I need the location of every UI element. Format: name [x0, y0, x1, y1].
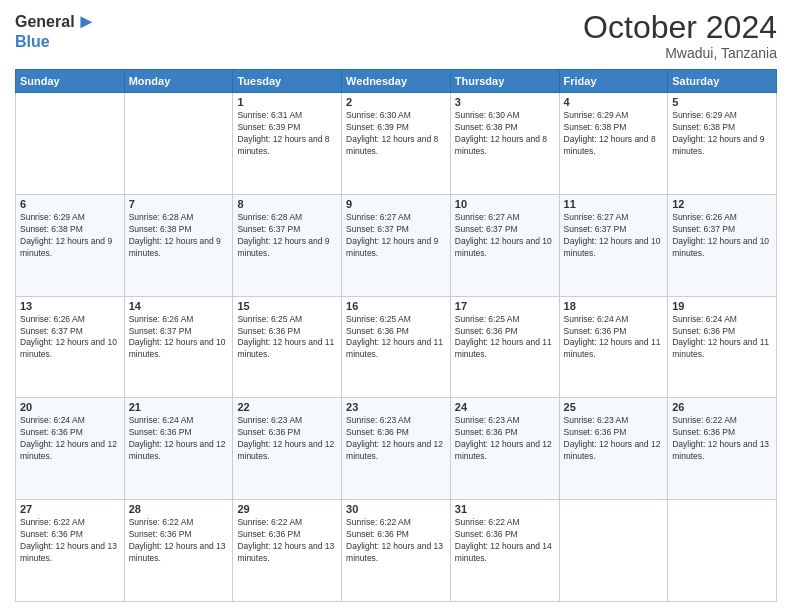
day-cell: 13Sunrise: 6:26 AMSunset: 6:37 PMDayligh… — [16, 296, 125, 398]
location-title: Mwadui, Tanzania — [583, 45, 777, 61]
day-info: Sunrise: 6:26 AMSunset: 6:37 PMDaylight:… — [672, 212, 772, 260]
day-info: Sunrise: 6:29 AMSunset: 6:38 PMDaylight:… — [20, 212, 120, 260]
day-cell: 8Sunrise: 6:28 AMSunset: 6:37 PMDaylight… — [233, 194, 342, 296]
day-cell: 21Sunrise: 6:24 AMSunset: 6:36 PMDayligh… — [124, 398, 233, 500]
day-cell: 22Sunrise: 6:23 AMSunset: 6:36 PMDayligh… — [233, 398, 342, 500]
day-cell: 31Sunrise: 6:22 AMSunset: 6:36 PMDayligh… — [450, 500, 559, 602]
day-info: Sunrise: 6:24 AMSunset: 6:36 PMDaylight:… — [129, 415, 229, 463]
day-number: 11 — [564, 198, 664, 210]
weekday-header-row: SundayMondayTuesdayWednesdayThursdayFrid… — [16, 70, 777, 93]
day-number: 20 — [20, 401, 120, 413]
day-cell: 2Sunrise: 6:30 AMSunset: 6:39 PMDaylight… — [342, 93, 451, 195]
weekday-header-friday: Friday — [559, 70, 668, 93]
day-number: 14 — [129, 300, 229, 312]
day-number: 16 — [346, 300, 446, 312]
day-number: 19 — [672, 300, 772, 312]
day-number: 29 — [237, 503, 337, 515]
day-number: 4 — [564, 96, 664, 108]
day-cell: 4Sunrise: 6:29 AMSunset: 6:38 PMDaylight… — [559, 93, 668, 195]
day-cell — [124, 93, 233, 195]
day-cell: 14Sunrise: 6:26 AMSunset: 6:37 PMDayligh… — [124, 296, 233, 398]
day-info: Sunrise: 6:29 AMSunset: 6:38 PMDaylight:… — [564, 110, 664, 158]
day-info: Sunrise: 6:24 AMSunset: 6:36 PMDaylight:… — [672, 314, 772, 362]
day-cell: 28Sunrise: 6:22 AMSunset: 6:36 PMDayligh… — [124, 500, 233, 602]
day-cell — [16, 93, 125, 195]
day-number: 9 — [346, 198, 446, 210]
day-info: Sunrise: 6:30 AMSunset: 6:39 PMDaylight:… — [346, 110, 446, 158]
day-info: Sunrise: 6:24 AMSunset: 6:36 PMDaylight:… — [564, 314, 664, 362]
day-info: Sunrise: 6:24 AMSunset: 6:36 PMDaylight:… — [20, 415, 120, 463]
day-info: Sunrise: 6:23 AMSunset: 6:36 PMDaylight:… — [237, 415, 337, 463]
day-number: 5 — [672, 96, 772, 108]
day-info: Sunrise: 6:28 AMSunset: 6:37 PMDaylight:… — [237, 212, 337, 260]
day-cell: 6Sunrise: 6:29 AMSunset: 6:38 PMDaylight… — [16, 194, 125, 296]
day-number: 8 — [237, 198, 337, 210]
logo-general: General — [15, 13, 75, 31]
weekday-header-sunday: Sunday — [16, 70, 125, 93]
weekday-header-thursday: Thursday — [450, 70, 559, 93]
day-cell: 19Sunrise: 6:24 AMSunset: 6:36 PMDayligh… — [668, 296, 777, 398]
week-row-3: 13Sunrise: 6:26 AMSunset: 6:37 PMDayligh… — [16, 296, 777, 398]
day-info: Sunrise: 6:22 AMSunset: 6:36 PMDaylight:… — [237, 517, 337, 565]
day-cell: 30Sunrise: 6:22 AMSunset: 6:36 PMDayligh… — [342, 500, 451, 602]
day-number: 26 — [672, 401, 772, 413]
day-info: Sunrise: 6:25 AMSunset: 6:36 PMDaylight:… — [346, 314, 446, 362]
day-info: Sunrise: 6:23 AMSunset: 6:36 PMDaylight:… — [564, 415, 664, 463]
day-number: 31 — [455, 503, 555, 515]
day-cell: 24Sunrise: 6:23 AMSunset: 6:36 PMDayligh… — [450, 398, 559, 500]
day-number: 22 — [237, 401, 337, 413]
day-number: 7 — [129, 198, 229, 210]
day-info: Sunrise: 6:28 AMSunset: 6:38 PMDaylight:… — [129, 212, 229, 260]
day-cell: 26Sunrise: 6:22 AMSunset: 6:36 PMDayligh… — [668, 398, 777, 500]
day-info: Sunrise: 6:22 AMSunset: 6:36 PMDaylight:… — [672, 415, 772, 463]
day-info: Sunrise: 6:29 AMSunset: 6:38 PMDaylight:… — [672, 110, 772, 158]
day-info: Sunrise: 6:30 AMSunset: 6:38 PMDaylight:… — [455, 110, 555, 158]
day-info: Sunrise: 6:26 AMSunset: 6:37 PMDaylight:… — [20, 314, 120, 362]
day-number: 12 — [672, 198, 772, 210]
day-number: 6 — [20, 198, 120, 210]
day-number: 28 — [129, 503, 229, 515]
day-info: Sunrise: 6:22 AMSunset: 6:36 PMDaylight:… — [129, 517, 229, 565]
day-cell: 16Sunrise: 6:25 AMSunset: 6:36 PMDayligh… — [342, 296, 451, 398]
month-title: October 2024 — [583, 10, 777, 45]
day-cell: 25Sunrise: 6:23 AMSunset: 6:36 PMDayligh… — [559, 398, 668, 500]
day-cell — [559, 500, 668, 602]
day-cell — [668, 500, 777, 602]
day-info: Sunrise: 6:26 AMSunset: 6:37 PMDaylight:… — [129, 314, 229, 362]
weekday-header-wednesday: Wednesday — [342, 70, 451, 93]
week-row-2: 6Sunrise: 6:29 AMSunset: 6:38 PMDaylight… — [16, 194, 777, 296]
weekday-header-monday: Monday — [124, 70, 233, 93]
day-cell: 12Sunrise: 6:26 AMSunset: 6:37 PMDayligh… — [668, 194, 777, 296]
day-number: 3 — [455, 96, 555, 108]
day-number: 17 — [455, 300, 555, 312]
day-cell: 29Sunrise: 6:22 AMSunset: 6:36 PMDayligh… — [233, 500, 342, 602]
day-cell: 1Sunrise: 6:31 AMSunset: 6:39 PMDaylight… — [233, 93, 342, 195]
day-cell: 27Sunrise: 6:22 AMSunset: 6:36 PMDayligh… — [16, 500, 125, 602]
day-info: Sunrise: 6:22 AMSunset: 6:36 PMDaylight:… — [346, 517, 446, 565]
day-cell: 11Sunrise: 6:27 AMSunset: 6:37 PMDayligh… — [559, 194, 668, 296]
day-info: Sunrise: 6:25 AMSunset: 6:36 PMDaylight:… — [237, 314, 337, 362]
day-info: Sunrise: 6:23 AMSunset: 6:36 PMDaylight:… — [455, 415, 555, 463]
day-number: 10 — [455, 198, 555, 210]
week-row-1: 1Sunrise: 6:31 AMSunset: 6:39 PMDaylight… — [16, 93, 777, 195]
calendar-table: SundayMondayTuesdayWednesdayThursdayFrid… — [15, 69, 777, 602]
weekday-header-tuesday: Tuesday — [233, 70, 342, 93]
day-number: 21 — [129, 401, 229, 413]
week-row-5: 27Sunrise: 6:22 AMSunset: 6:36 PMDayligh… — [16, 500, 777, 602]
day-cell: 7Sunrise: 6:28 AMSunset: 6:38 PMDaylight… — [124, 194, 233, 296]
day-info: Sunrise: 6:25 AMSunset: 6:36 PMDaylight:… — [455, 314, 555, 362]
logo-blue: Blue — [15, 33, 50, 50]
week-row-4: 20Sunrise: 6:24 AMSunset: 6:36 PMDayligh… — [16, 398, 777, 500]
day-number: 23 — [346, 401, 446, 413]
day-info: Sunrise: 6:22 AMSunset: 6:36 PMDaylight:… — [455, 517, 555, 565]
day-info: Sunrise: 6:27 AMSunset: 6:37 PMDaylight:… — [455, 212, 555, 260]
day-cell: 15Sunrise: 6:25 AMSunset: 6:36 PMDayligh… — [233, 296, 342, 398]
day-info: Sunrise: 6:27 AMSunset: 6:37 PMDaylight:… — [346, 212, 446, 260]
day-info: Sunrise: 6:31 AMSunset: 6:39 PMDaylight:… — [237, 110, 337, 158]
day-number: 1 — [237, 96, 337, 108]
day-cell: 23Sunrise: 6:23 AMSunset: 6:36 PMDayligh… — [342, 398, 451, 500]
day-number: 13 — [20, 300, 120, 312]
day-number: 24 — [455, 401, 555, 413]
day-cell: 18Sunrise: 6:24 AMSunset: 6:36 PMDayligh… — [559, 296, 668, 398]
logo: General ► Blue — [15, 10, 96, 51]
